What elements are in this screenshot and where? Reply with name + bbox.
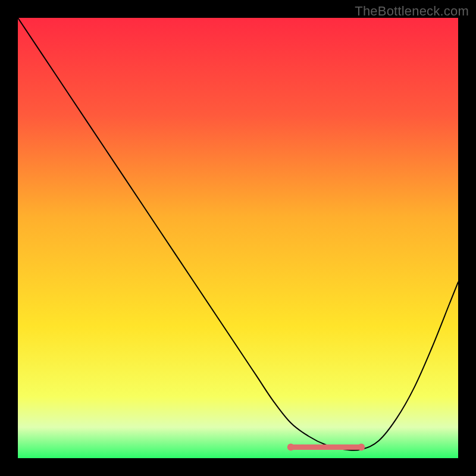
gradient-background — [18, 18, 458, 458]
chart-container: TheBottleneck.com — [0, 0, 476, 476]
sweet-spot-dot-left — [287, 444, 295, 451]
sweet-spot-dot-right — [358, 444, 365, 451]
watermark-text: TheBottleneck.com — [355, 4, 469, 19]
bottleneck-chart — [18, 18, 458, 458]
